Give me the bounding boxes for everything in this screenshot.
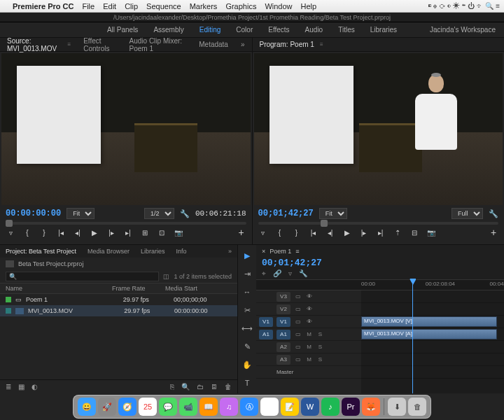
workspace-assembly[interactable]: Assembly bbox=[153, 26, 183, 34]
track-header-a3[interactable]: A3▭MS bbox=[256, 354, 361, 366]
marker-icon[interactable]: ▿ bbox=[258, 227, 268, 237]
wrench-icon[interactable]: 🔧 bbox=[489, 209, 498, 218]
menu-help[interactable]: Help bbox=[301, 2, 317, 10]
mark-in-icon[interactable]: { bbox=[22, 227, 32, 237]
video-clip[interactable]: MVI_0013.MOV [V] bbox=[361, 316, 497, 327]
list-view-icon[interactable]: ≣ bbox=[6, 383, 11, 391]
program-zoom-select[interactable]: Full bbox=[451, 208, 483, 219]
menu-window[interactable]: Window bbox=[265, 2, 292, 10]
track-header-v3[interactable]: V3▭👁 bbox=[256, 290, 361, 303]
panel-overflow-icon[interactable]: » bbox=[241, 41, 245, 48]
program-scrubber[interactable] bbox=[258, 222, 499, 225]
dock-app-spotify[interactable]: ♪ bbox=[321, 398, 340, 416]
workspace-audio[interactable]: Audio bbox=[305, 26, 323, 34]
track-lanes[interactable]: MVI_0013.MOV [V] MVI_0013.MOV [A] bbox=[361, 290, 504, 393]
timeline-sequence-name[interactable]: Poem 1 bbox=[270, 248, 291, 255]
tab-program[interactable]: Program: Poem 1 bbox=[260, 41, 314, 48]
freeform-view-icon[interactable]: ◐ bbox=[31, 383, 38, 391]
dock-app-books[interactable]: 📖 bbox=[200, 398, 218, 416]
menu-clip[interactable]: Clip bbox=[125, 2, 138, 10]
workspace-all-panels[interactable]: All Panels bbox=[107, 26, 138, 34]
source-timecode-in[interactable]: 00:00:00:00 bbox=[6, 209, 61, 218]
dock-trash-icon[interactable]: 🗑 bbox=[408, 398, 426, 416]
overwrite-icon[interactable]: ⊡ bbox=[157, 227, 167, 237]
track-select-tool-icon[interactable]: ⇥ bbox=[241, 267, 253, 280]
tab-project[interactable]: Project: Beta Test Project bbox=[6, 248, 76, 255]
menu-edit[interactable]: Edit bbox=[103, 2, 116, 10]
bin-filter-icon[interactable]: ◫ bbox=[163, 273, 169, 280]
dock-app-chrome[interactable]: ◉ bbox=[260, 398, 279, 416]
selection-tool-icon[interactable]: ▶ bbox=[241, 249, 253, 262]
mark-out-icon[interactable]: } bbox=[292, 227, 302, 237]
go-to-in-icon[interactable]: |◂ bbox=[309, 227, 318, 237]
tab-audio-clip-mixer[interactable]: Audio Clip Mixer: Poem 1 bbox=[130, 37, 187, 52]
settings-icon[interactable]: 🔧 bbox=[299, 270, 307, 278]
workspace-effects[interactable]: Effects bbox=[268, 26, 289, 34]
mark-in-icon[interactable]: { bbox=[275, 227, 285, 237]
workspace-user[interactable]: Jacinda's Workspace bbox=[430, 26, 496, 34]
step-fwd-icon[interactable]: |▸ bbox=[106, 227, 116, 237]
hand-tool-icon[interactable]: ✋ bbox=[241, 358, 253, 371]
dock-app-launchpad[interactable]: 🚀 bbox=[98, 398, 116, 416]
tab-media-browser[interactable]: Media Browser bbox=[88, 248, 130, 255]
linked-selection-icon[interactable]: 🔗 bbox=[273, 270, 281, 278]
tab-metadata[interactable]: Metadata bbox=[199, 41, 228, 48]
ripple-tool-icon[interactable]: ↔ bbox=[241, 286, 253, 298]
button-editor-icon[interactable]: + bbox=[489, 227, 498, 237]
razor-tool-icon[interactable]: ✂ bbox=[241, 304, 253, 316]
dock-app-finder[interactable]: 😀 bbox=[78, 398, 96, 416]
menu-file[interactable]: File bbox=[82, 2, 94, 10]
lift-icon[interactable]: ⇡ bbox=[393, 227, 402, 237]
timeline-ruler[interactable]: 00:00 00:02:08:04 00:04:16:08 bbox=[256, 279, 504, 290]
panel-menu-icon[interactable]: ≡ bbox=[295, 248, 299, 255]
go-to-in-icon[interactable]: |◂ bbox=[56, 227, 66, 237]
workspace-titles[interactable]: Titles bbox=[338, 26, 355, 34]
go-to-out-icon[interactable]: ▸| bbox=[123, 227, 133, 237]
type-tool-icon[interactable]: T bbox=[241, 377, 253, 389]
dock-app-calendar[interactable]: 25 bbox=[139, 398, 157, 416]
dock-app-messages[interactable]: 💬 bbox=[159, 398, 177, 416]
project-row[interactable]: ▭ Poem 1 29.97 fps 00;00;00;00 bbox=[0, 294, 237, 305]
tab-libraries[interactable]: Libraries bbox=[141, 248, 165, 255]
extract-icon[interactable]: ⊟ bbox=[410, 227, 419, 237]
dock-app-firefox[interactable]: 🦊 bbox=[362, 398, 380, 416]
tab-source[interactable]: Source: MVI_0013.MOV bbox=[7, 37, 62, 52]
source-scrubber[interactable] bbox=[6, 222, 246, 225]
play-icon[interactable]: ▶ bbox=[342, 227, 352, 237]
track-header-v1[interactable]: V1V1▭👁 bbox=[256, 316, 361, 328]
app-name[interactable]: Premiere Pro CC bbox=[13, 2, 74, 10]
dock-app-notes[interactable]: 📝 bbox=[281, 398, 299, 416]
snap-icon[interactable]: ⌖ bbox=[262, 270, 266, 278]
play-icon[interactable]: ▶ bbox=[90, 227, 99, 237]
source-monitor[interactable] bbox=[1, 53, 251, 205]
workspace-editing[interactable]: Editing bbox=[200, 26, 221, 34]
trash-icon[interactable]: 🗑 bbox=[225, 383, 232, 391]
panel-menu-icon[interactable]: ≡ bbox=[68, 41, 71, 48]
dock-app-facetime[interactable]: 📹 bbox=[179, 398, 197, 416]
go-to-out-icon[interactable]: ▸| bbox=[376, 227, 386, 237]
col-name[interactable]: Name bbox=[6, 285, 112, 292]
menu-sequence[interactable]: Sequence bbox=[146, 2, 181, 10]
tab-effect-controls[interactable]: Effect Controls bbox=[83, 37, 116, 52]
pen-tool-icon[interactable]: ✎ bbox=[241, 340, 253, 353]
icon-view-icon[interactable]: ▦ bbox=[18, 383, 24, 391]
workspace-libraries[interactable]: Libraries bbox=[370, 26, 397, 34]
wrench-icon[interactable]: 🔧 bbox=[180, 209, 190, 218]
slip-tool-icon[interactable]: ⟷ bbox=[241, 322, 253, 335]
tab-info[interactable]: Info bbox=[176, 248, 186, 255]
step-back-icon[interactable]: ◂| bbox=[73, 227, 83, 237]
track-header-a1[interactable]: A1A1▭MS bbox=[256, 328, 361, 341]
export-frame-icon[interactable]: 📷 bbox=[174, 227, 183, 237]
insert-icon[interactable]: ⊞ bbox=[140, 227, 150, 237]
mark-out-icon[interactable]: } bbox=[39, 227, 49, 237]
menu-markers[interactable]: Markers bbox=[190, 2, 218, 10]
source-fit-select[interactable]: Fit bbox=[66, 208, 94, 219]
workspace-color[interactable]: Color bbox=[236, 26, 253, 34]
program-monitor[interactable] bbox=[254, 53, 503, 205]
step-fwd-icon[interactable]: |▸ bbox=[359, 227, 369, 237]
track-header-master[interactable]: Master bbox=[256, 366, 361, 379]
menu-graphics[interactable]: Graphics bbox=[225, 2, 256, 10]
project-row[interactable]: MVI_0013.MOV 29.97 fps 00:00:00:00 bbox=[0, 305, 237, 316]
track-header-a2[interactable]: A2▭MS bbox=[256, 341, 361, 354]
marker-icon[interactable]: ▿ bbox=[6, 227, 15, 237]
